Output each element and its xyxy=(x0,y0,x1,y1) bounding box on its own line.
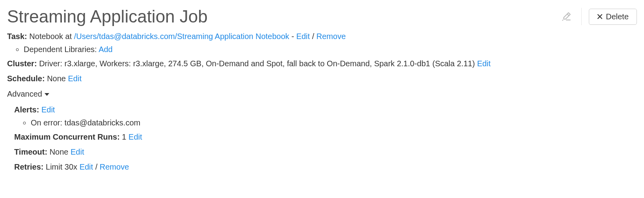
alert-on-error-value: tdas@databricks.com xyxy=(65,118,141,127)
schedule-row: Schedule: None Edit xyxy=(7,72,637,85)
cluster-label: Cluster: xyxy=(7,59,37,68)
edit-icon[interactable] xyxy=(558,9,574,24)
retries-remove-link[interactable]: Remove xyxy=(100,163,129,171)
max-concurrent-edit-link[interactable]: Edit xyxy=(128,133,142,141)
max-concurrent-value: 1 xyxy=(120,133,128,141)
retries-sep: / xyxy=(93,163,100,171)
advanced-label: Advanced xyxy=(7,90,42,99)
close-icon xyxy=(597,14,603,19)
schedule-edit-link[interactable]: Edit xyxy=(68,74,82,83)
retries-value: Limit 30x xyxy=(43,163,79,171)
task-edit-link[interactable]: Edit xyxy=(296,32,310,41)
task-remove-link[interactable]: Remove xyxy=(316,32,346,41)
task-row: Task: Notebook at /Users/tdas@databricks… xyxy=(7,30,637,43)
retries-label: Retries: xyxy=(14,163,43,171)
dependent-libraries-label: Dependent Libraries: xyxy=(24,45,99,54)
alerts-edit-link[interactable]: Edit xyxy=(41,105,55,114)
task-sep2: / xyxy=(310,32,316,41)
task-notebook-link[interactable]: /Users/tdas@databricks.com/Streaming App… xyxy=(74,32,289,41)
timeout-row: Timeout: None Edit xyxy=(14,146,637,158)
alert-on-error-item: On error: tdas@databricks.com xyxy=(31,118,637,127)
max-concurrent-label: Maximum Concurrent Runs: xyxy=(14,133,120,141)
timeout-edit-link[interactable]: Edit xyxy=(71,148,84,156)
advanced-toggle[interactable]: Advanced xyxy=(7,90,49,99)
caret-down-icon xyxy=(45,93,49,96)
separator xyxy=(581,8,582,25)
dependent-libraries-add-link[interactable]: Add xyxy=(99,45,113,54)
delete-button[interactable]: Delete xyxy=(589,9,637,25)
schedule-value: None xyxy=(45,74,68,83)
alerts-row: Alerts: Edit xyxy=(14,103,637,116)
cluster-row: Cluster: Driver: r3.xlarge, Workers: r3.… xyxy=(7,57,637,70)
retries-edit-link[interactable]: Edit xyxy=(80,163,93,171)
schedule-label: Schedule: xyxy=(7,74,45,83)
timeout-label: Timeout: xyxy=(14,148,47,156)
task-label: Task: xyxy=(7,32,27,41)
cluster-edit-link[interactable]: Edit xyxy=(477,59,490,68)
max-concurrent-row: Maximum Concurrent Runs: 1 Edit xyxy=(14,131,637,143)
cluster-value: Driver: r3.xlarge, Workers: r3.xlarge, 2… xyxy=(37,59,477,68)
dependent-libraries-item: Dependent Libraries: Add xyxy=(24,45,637,54)
page-title: Streaming Application Job xyxy=(7,7,208,26)
alerts-label: Alerts: xyxy=(14,105,39,114)
task-prefix: Notebook at xyxy=(29,32,74,41)
alert-on-error-label: On error: xyxy=(31,118,65,127)
timeout-value: None xyxy=(47,148,71,156)
retries-row: Retries: Limit 30x Edit / Remove xyxy=(14,161,637,173)
delete-button-label: Delete xyxy=(606,12,629,21)
task-sep1: - xyxy=(289,32,296,41)
